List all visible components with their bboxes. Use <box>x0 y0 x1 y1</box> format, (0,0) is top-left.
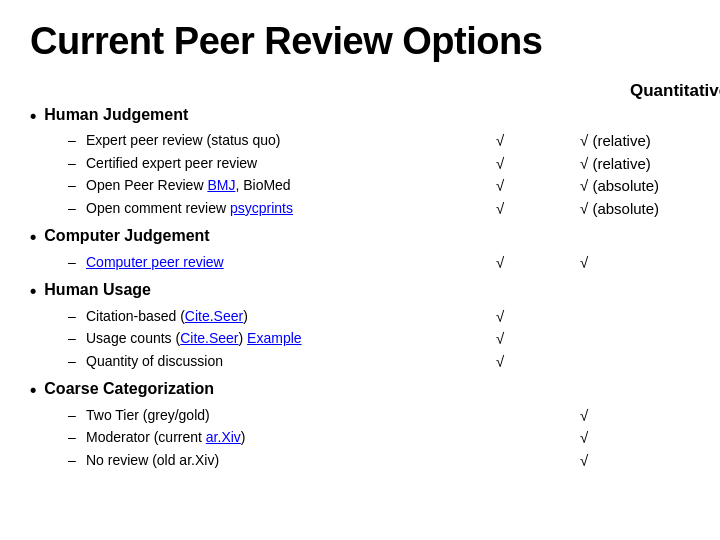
bullet-label: Human Usage <box>44 280 151 301</box>
check-qualitative: √ (relative) <box>560 153 690 176</box>
text-fragment: Two Tier (grey/gold) <box>86 407 210 423</box>
sub-item-row: – Open comment review psycprints √ √ (ab… <box>68 198 690 221</box>
text-fragment: Moderator (current <box>86 429 206 445</box>
sub-item-row: – Certified expert peer review √ √ (rela… <box>68 153 690 176</box>
sections-container: •Human Judgement – Expert peer review (s… <box>30 105 690 478</box>
sub-item-row: – Computer peer review √ √ <box>68 252 690 275</box>
bullet-computer-judgement: •Computer Judgement <box>30 226 690 249</box>
quantitative-header: Quantitative <box>630 81 720 101</box>
dash: – <box>68 198 80 219</box>
section-human-usage: •Human Usage – Citation-based (Cite.Seer… <box>30 280 690 373</box>
check-qualitative: √ <box>560 252 690 275</box>
page-title: Current Peer Review Options <box>30 20 690 63</box>
section-coarse-categorization: •Coarse Categorization – Two Tier (grey/… <box>30 379 690 472</box>
text-fragment: Usage counts ( <box>86 330 180 346</box>
text-fragment: Citation-based ( <box>86 308 185 324</box>
link[interactable]: Cite.Seer <box>180 330 238 346</box>
sub-item-row: – Two Tier (grey/gold) √ <box>68 405 690 428</box>
sub-item-row: – Quantity of discussion √ <box>68 351 690 374</box>
sub-items-coarse-categorization: – Two Tier (grey/gold) √ – Moderator (cu… <box>68 405 690 473</box>
dash: – <box>68 306 80 327</box>
sub-text: Quantity of discussion <box>86 351 430 372</box>
sub-items-computer-judgement: – Computer peer review √ √ <box>68 252 690 275</box>
text-fragment: ) <box>243 308 248 324</box>
dash: – <box>68 252 80 273</box>
sub-item-row: – No review (old ar.Xiv) √ <box>68 450 690 473</box>
bullet-dot: • <box>30 379 36 402</box>
dash: – <box>68 328 80 349</box>
link[interactable]: psycprints <box>230 200 293 216</box>
text-fragment: Certified expert peer review <box>86 155 257 171</box>
check-quantitative: √ <box>430 153 560 176</box>
check-quantitative: √ <box>430 198 560 221</box>
link[interactable]: Example <box>247 330 301 346</box>
sub-text: Two Tier (grey/gold) <box>86 405 430 426</box>
text-fragment: Open Peer Review <box>86 177 207 193</box>
check-qualitative: √ (relative) <box>560 130 690 153</box>
sub-text: Open comment review psycprints <box>86 198 430 219</box>
text-fragment: ) <box>241 429 246 445</box>
text-fragment: ) <box>239 330 248 346</box>
dash: – <box>68 153 80 174</box>
sub-item-row: – Expert peer review (status quo) √ √ (r… <box>68 130 690 153</box>
dash: – <box>68 427 80 448</box>
text-fragment: , BioMed <box>235 177 290 193</box>
bullet-label: Human Judgement <box>44 105 188 126</box>
bullet-dot: • <box>30 105 36 128</box>
sub-text: Open Peer Review BMJ, BioMed <box>86 175 430 196</box>
check-qualitative: √ <box>560 427 690 450</box>
link[interactable]: Cite.Seer <box>185 308 243 324</box>
section-human-judgement: •Human Judgement – Expert peer review (s… <box>30 105 690 220</box>
dash: – <box>68 351 80 372</box>
check-quantitative: √ <box>430 252 560 275</box>
bullet-coarse-categorization: •Coarse Categorization <box>30 379 690 402</box>
sub-item-row: – Open Peer Review BMJ, BioMed √ √ (abso… <box>68 175 690 198</box>
check-qualitative: √ <box>560 450 690 473</box>
sub-items-human-usage: – Citation-based (Cite.Seer) √ – Usage c… <box>68 306 690 374</box>
link[interactable]: ar.Xiv <box>206 429 241 445</box>
sub-text: Citation-based (Cite.Seer) <box>86 306 430 327</box>
text-fragment: No review (old ar.Xiv) <box>86 452 219 468</box>
section-computer-judgement: •Computer Judgement – Computer peer revi… <box>30 226 690 274</box>
check-qualitative: √ (absolute) <box>560 198 690 221</box>
check-quantitative: √ <box>430 351 560 374</box>
bullet-label: Coarse Categorization <box>44 379 214 400</box>
sub-text: No review (old ar.Xiv) <box>86 450 430 471</box>
text-fragment: Expert peer review (status quo) <box>86 132 281 148</box>
bullet-human-judgement: •Human Judgement <box>30 105 690 128</box>
dash: – <box>68 130 80 151</box>
sub-text: Moderator (current ar.Xiv) <box>86 427 430 448</box>
link[interactable]: BMJ <box>207 177 235 193</box>
main-content: Quantitative Qualitative •Human Judgemen… <box>30 81 690 478</box>
check-qualitative: √ <box>560 405 690 428</box>
column-headers: Quantitative Qualitative <box>50 81 690 101</box>
sub-text: Expert peer review (status quo) <box>86 130 430 151</box>
bullet-dot: • <box>30 226 36 249</box>
sub-text: Computer peer review <box>86 252 430 273</box>
check-quantitative: √ <box>430 328 560 351</box>
bullet-label: Computer Judgement <box>44 226 209 247</box>
link[interactable]: Computer peer review <box>86 254 224 270</box>
sub-item-row: – Citation-based (Cite.Seer) √ <box>68 306 690 329</box>
sub-item-row: – Moderator (current ar.Xiv) √ <box>68 427 690 450</box>
sub-items-human-judgement: – Expert peer review (status quo) √ √ (r… <box>68 130 690 220</box>
sub-text: Certified expert peer review <box>86 153 430 174</box>
text-fragment: Quantity of discussion <box>86 353 223 369</box>
sub-item-row: – Usage counts (Cite.Seer) Example √ <box>68 328 690 351</box>
check-qualitative: √ (absolute) <box>560 175 690 198</box>
dash: – <box>68 175 80 196</box>
sub-text: Usage counts (Cite.Seer) Example <box>86 328 430 349</box>
check-quantitative: √ <box>430 306 560 329</box>
dash: – <box>68 450 80 471</box>
check-quantitative: √ <box>430 130 560 153</box>
bullet-human-usage: •Human Usage <box>30 280 690 303</box>
text-fragment: Open comment review <box>86 200 230 216</box>
check-quantitative: √ <box>430 175 560 198</box>
dash: – <box>68 405 80 426</box>
bullet-dot: • <box>30 280 36 303</box>
